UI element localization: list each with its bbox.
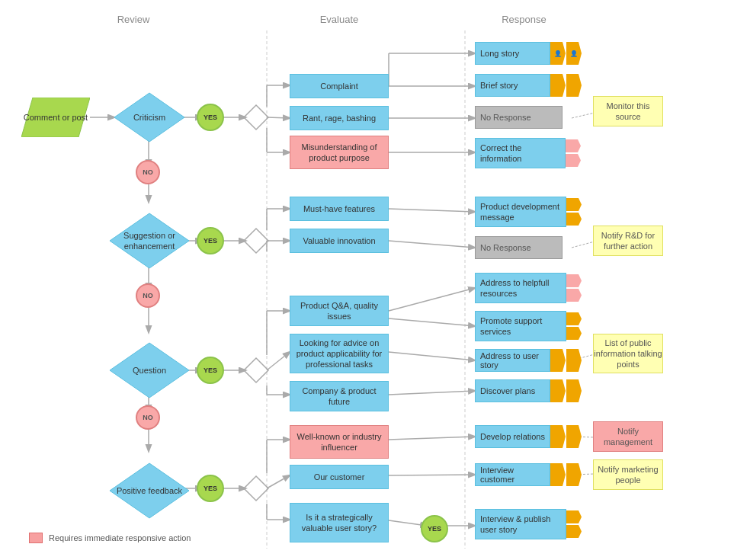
no1-circle: NO bbox=[136, 160, 160, 184]
evaluate-our-customer: Our customer bbox=[290, 465, 389, 489]
response-correct-info: Correct the information bbox=[475, 138, 582, 168]
svg-line-37 bbox=[389, 391, 475, 395]
evaluate-rant: Rant, rage, bashing bbox=[290, 106, 389, 130]
response-address-helpful: Address to helpfull resources bbox=[475, 273, 582, 303]
response-product-dev: Product development message bbox=[475, 197, 582, 227]
note-list-public: List of public information talking point… bbox=[593, 334, 663, 373]
svg-line-34 bbox=[389, 288, 475, 311]
criticism-node: Criticism bbox=[113, 91, 186, 143]
legend: Requires immediate responsive action bbox=[29, 533, 191, 543]
evaluate-well-known: Well-known or industry influencer bbox=[290, 425, 389, 459]
response-no-response-1: No Response bbox=[475, 106, 563, 129]
col-evaluate: Evaluate bbox=[290, 14, 389, 25]
response-promote-support: Promote support services bbox=[475, 311, 582, 341]
note-notify-rd: Notify R&D for further action bbox=[593, 226, 663, 256]
evaluate-must-have: Must-have features bbox=[290, 197, 389, 221]
response-develop-relations: Develop relations bbox=[475, 425, 582, 448]
yes4-circle: YES bbox=[197, 475, 224, 502]
legend-label: Requires immediate responsive action bbox=[49, 533, 191, 542]
svg-marker-58 bbox=[244, 105, 268, 130]
svg-marker-64 bbox=[244, 476, 268, 501]
response-interview-publish: Interview & publish user story bbox=[475, 509, 582, 539]
svg-line-7 bbox=[267, 117, 290, 118]
svg-line-47 bbox=[389, 437, 475, 440]
response-brief-story: Brief story bbox=[475, 74, 582, 97]
svg-line-52 bbox=[572, 242, 595, 248]
yes2-circle: YES bbox=[197, 227, 224, 254]
col-review: Review bbox=[91, 14, 175, 25]
response-discover-plans: Discover plans bbox=[475, 379, 582, 402]
evaluate-misunderstanding: Misunderstanding of product purpose bbox=[290, 136, 389, 169]
svg-line-51 bbox=[572, 113, 595, 118]
note-notify-mgmt: Notify management bbox=[593, 421, 663, 452]
eval-diamond-2 bbox=[242, 227, 270, 254]
svg-line-35 bbox=[389, 318, 475, 326]
yes3-circle: YES bbox=[197, 357, 224, 384]
evaluate-company-future: Company & product future bbox=[290, 381, 389, 411]
note-monitor: Monitor this source bbox=[593, 96, 663, 126]
yes-strategic-circle: YES bbox=[421, 515, 448, 542]
col-response: Response bbox=[480, 14, 568, 25]
svg-marker-62 bbox=[244, 358, 268, 382]
svg-line-44 bbox=[267, 475, 290, 488]
svg-line-24 bbox=[389, 241, 475, 248]
diagram: Review Evaluate Response bbox=[0, 0, 734, 560]
evaluate-product-qa: Product Q&A, quality issues bbox=[290, 296, 389, 326]
svg-line-36 bbox=[389, 352, 475, 360]
no3-circle: NO bbox=[136, 405, 160, 430]
no2-circle: NO bbox=[136, 283, 160, 308]
suggestion-node: Suggestion or enhancement bbox=[108, 212, 191, 270]
response-address-user: Address to user story bbox=[475, 349, 582, 372]
svg-marker-60 bbox=[244, 229, 268, 253]
response-no-response-2: No Response bbox=[475, 236, 563, 259]
yes1-circle: YES bbox=[197, 104, 224, 131]
evaluate-complaint: Complaint bbox=[290, 74, 389, 98]
eval-diamond-3 bbox=[242, 357, 270, 384]
svg-line-48 bbox=[389, 475, 475, 475]
evaluate-strategic: Is it a strategically valuable user stor… bbox=[290, 503, 389, 542]
evaluate-valuable: Valuable innovation bbox=[290, 229, 389, 253]
positive-node: Positive feedback bbox=[108, 462, 191, 520]
eval-diamond-4 bbox=[242, 475, 270, 502]
question-node: Question bbox=[108, 341, 191, 399]
legend-color-box bbox=[29, 533, 43, 543]
response-long-story: Long story 👤 👤 bbox=[475, 42, 582, 65]
svg-line-31 bbox=[267, 352, 290, 370]
response-interview-customer: Interview customer bbox=[475, 463, 582, 486]
svg-line-23 bbox=[389, 209, 475, 212]
eval-diamond-1 bbox=[242, 104, 270, 131]
evaluate-looking-advice: Looking for advice on product applicabil… bbox=[290, 334, 389, 373]
note-notify-marketing: Notify marketing people bbox=[593, 459, 663, 490]
start-node: Comment or post bbox=[21, 98, 90, 137]
